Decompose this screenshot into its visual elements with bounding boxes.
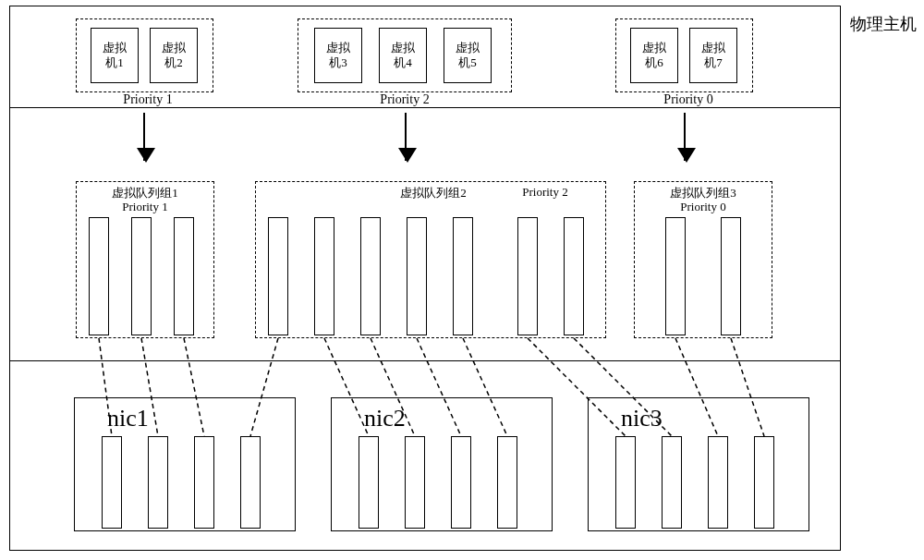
queue-group-1-priority: Priority 1: [94, 200, 196, 214]
nic1-q2: [148, 436, 168, 529]
vq-1-3: [174, 217, 194, 335]
host-label: 物理主机: [850, 13, 917, 35]
section-divider-1: [9, 107, 841, 108]
vm-box-5: 虚拟 机5: [444, 28, 492, 83]
vq-2-5: [453, 217, 473, 335]
priority-label-2: Priority 2: [363, 92, 446, 107]
nic3-q1: [615, 436, 636, 529]
nic2-q3: [451, 436, 471, 529]
arrow-3: [684, 113, 686, 161]
nic3-q3: [708, 436, 728, 529]
nic-2-label: nic2: [364, 405, 406, 432]
vq-2-3: [360, 217, 381, 335]
arrow-1: [143, 113, 145, 161]
vq-1-2: [131, 217, 152, 335]
vm-box-1: 虚拟 机1: [91, 28, 139, 83]
nic2-q4: [497, 436, 517, 529]
vq-2-6: [517, 217, 538, 335]
queue-group-3-priority: Priority 0: [652, 200, 754, 214]
queue-group-2: [255, 181, 606, 338]
vq-3-1: [665, 217, 686, 335]
nic2-q1: [359, 436, 379, 529]
vq-2-2: [314, 217, 334, 335]
arrow-2: [405, 113, 407, 161]
nic-3-label: nic3: [621, 405, 663, 432]
section-divider-2: [9, 360, 841, 361]
diagram-canvas: 物理主机 虚拟 机1 虚拟 机2 Priority 1 虚拟 机3 虚拟 机4 …: [0, 0, 924, 560]
queue-group-2-priority: Priority 2: [499, 185, 591, 200]
nic1-q3: [194, 436, 214, 529]
vq-2-4: [407, 217, 427, 335]
vq-3-2: [721, 217, 741, 335]
nic3-q2: [662, 436, 682, 529]
nic-1-label: nic1: [107, 405, 149, 432]
vm-box-2: 虚拟 机2: [150, 28, 198, 83]
nic1-q1: [102, 436, 122, 529]
queue-group-2-name: 虚拟队列组2: [373, 185, 493, 201]
vq-2-1: [268, 217, 288, 335]
priority-label-3: Priority 0: [647, 92, 730, 107]
vm-box-4: 虚拟 机4: [379, 28, 427, 83]
vq-1-1: [89, 217, 109, 335]
vm-box-6: 虚拟 机6: [630, 28, 678, 83]
nic3-q4: [754, 436, 774, 529]
vq-2-7: [564, 217, 584, 335]
nic2-q2: [405, 436, 425, 529]
priority-label-1: Priority 1: [106, 92, 189, 107]
nic1-q4: [240, 436, 261, 529]
vm-box-7: 虚拟 机7: [689, 28, 737, 83]
vm-box-3: 虚拟 机3: [314, 28, 362, 83]
